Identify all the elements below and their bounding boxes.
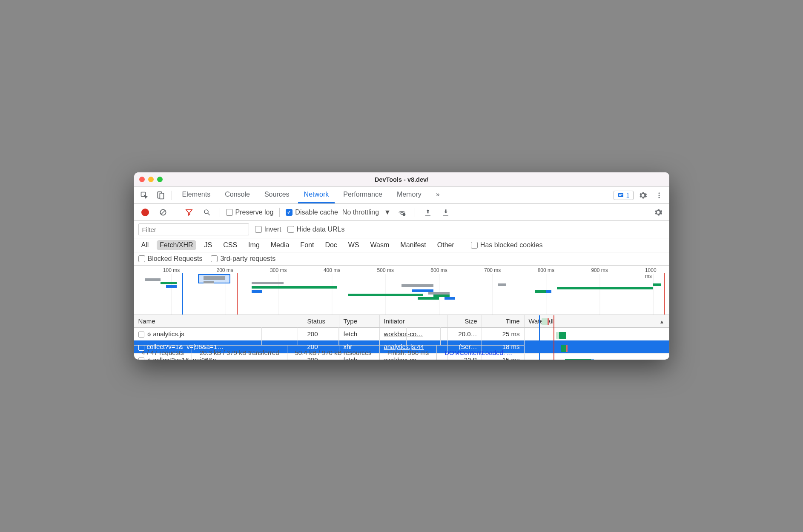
col-name[interactable]: Name bbox=[134, 315, 303, 328]
tab-memory[interactable]: Memory bbox=[391, 187, 427, 203]
status-transferred: 20.3 kB / 379 kB transferred bbox=[192, 346, 287, 360]
type-manifest[interactable]: Manifest bbox=[397, 240, 429, 250]
preserve-log-label: Preserve log bbox=[235, 209, 274, 216]
kebab-menu-icon[interactable] bbox=[652, 189, 666, 202]
search-icon[interactable] bbox=[200, 206, 214, 219]
tick-label: 200 ms bbox=[217, 267, 233, 273]
tab-elements[interactable]: Elements bbox=[176, 187, 217, 203]
has-blocked-label: Has blocked cookies bbox=[480, 241, 543, 249]
device-toggle-icon[interactable] bbox=[154, 189, 167, 202]
type-all[interactable]: All bbox=[138, 240, 152, 250]
throttling-select[interactable]: No throttling ▼ bbox=[342, 209, 391, 216]
type-font[interactable]: Font bbox=[297, 240, 317, 250]
tick-label: 400 ms bbox=[324, 267, 340, 273]
status-requests: 4 / 47 requests bbox=[134, 346, 192, 360]
type-css[interactable]: CSS bbox=[220, 240, 240, 250]
type-img[interactable]: Img bbox=[245, 240, 263, 250]
col-initiator[interactable]: Initiator bbox=[379, 315, 447, 328]
col-type[interactable]: Type bbox=[339, 315, 379, 328]
window-title: DevTools - v8.dev/ bbox=[134, 176, 669, 183]
end-line bbox=[664, 273, 665, 315]
tick-label: 500 ms bbox=[377, 267, 394, 273]
svg-point-6 bbox=[658, 192, 660, 194]
preserve-log-checkbox[interactable]: Preserve log bbox=[226, 209, 274, 216]
svg-point-8 bbox=[658, 197, 660, 198]
status-resources: 50.4 kB / 970 kB resources bbox=[287, 346, 380, 360]
network-conditions-icon[interactable] bbox=[395, 206, 409, 219]
svg-point-7 bbox=[658, 194, 660, 196]
filter-input[interactable] bbox=[138, 223, 249, 235]
status-dcl: DOMContentLoaded: … bbox=[437, 346, 521, 360]
panel-settings-gear-icon[interactable] bbox=[651, 206, 665, 219]
request-waterfall-cell bbox=[524, 353, 669, 360]
devtools-window: DevTools - v8.dev/ Elements Console Sour… bbox=[134, 172, 669, 359]
hide-data-urls-label: Hide data URLs bbox=[297, 226, 345, 233]
tab-performance[interactable]: Performance bbox=[337, 187, 388, 203]
divider bbox=[279, 208, 280, 217]
dcl-line bbox=[182, 273, 183, 315]
col-size[interactable]: Size bbox=[447, 315, 482, 328]
network-toolbar: Preserve log ✓ Disable cache No throttli… bbox=[134, 204, 669, 221]
resource-type-filter: All Fetch/XHR JS CSS Img Media Font Doc … bbox=[134, 238, 669, 252]
type-fetchxhr[interactable]: Fetch/XHR bbox=[157, 240, 196, 250]
tab-sources[interactable]: Sources bbox=[258, 187, 295, 203]
minimize-dot[interactable] bbox=[148, 177, 154, 182]
tab-more[interactable]: » bbox=[430, 187, 446, 203]
blocked-req-label: Blocked Requests bbox=[148, 255, 203, 263]
has-blocked-cookies-checkbox[interactable]: Has blocked cookies bbox=[471, 241, 543, 249]
blocked-requests-checkbox[interactable]: Blocked Requests bbox=[138, 255, 203, 263]
invert-checkbox[interactable]: Invert bbox=[255, 226, 281, 233]
zoom-dot[interactable] bbox=[157, 177, 163, 182]
tab-console[interactable]: Console bbox=[219, 187, 256, 203]
divider bbox=[176, 208, 176, 217]
col-time[interactable]: Time bbox=[482, 315, 524, 328]
overview-timeline[interactable]: 100 ms 200 ms 300 ms 400 ms 500 ms 600 m… bbox=[134, 266, 669, 315]
tick-label: 900 ms bbox=[591, 267, 608, 273]
divider bbox=[415, 208, 415, 217]
third-party-checkbox[interactable]: 3rd-party requests bbox=[211, 255, 275, 263]
settings-gear-icon[interactable] bbox=[636, 189, 650, 202]
download-har-icon[interactable] bbox=[439, 206, 453, 219]
disable-cache-checkbox[interactable]: ✓ Disable cache bbox=[286, 209, 338, 216]
issues-count: 1 bbox=[626, 192, 630, 199]
hide-data-urls-checkbox[interactable]: Hide data URLs bbox=[287, 226, 345, 233]
svg-line-10 bbox=[161, 210, 165, 215]
disable-cache-label: Disable cache bbox=[295, 209, 338, 216]
type-doc[interactable]: Doc bbox=[322, 240, 340, 250]
invert-label: Invert bbox=[264, 226, 281, 233]
inspect-icon[interactable] bbox=[138, 189, 151, 202]
filter-row: Invert Hide data URLs bbox=[134, 221, 669, 238]
sort-asc-icon: ▲ bbox=[660, 319, 665, 325]
type-ws[interactable]: WS bbox=[345, 240, 362, 250]
tick-label: 700 ms bbox=[484, 267, 501, 273]
record-button[interactable] bbox=[138, 206, 152, 219]
type-wasm[interactable]: Wasm bbox=[367, 240, 393, 250]
chevron-down-icon: ▼ bbox=[384, 209, 391, 216]
col-status[interactable]: Status bbox=[303, 315, 339, 328]
clear-button[interactable] bbox=[156, 206, 170, 219]
close-dot[interactable] bbox=[139, 177, 145, 182]
svg-point-13 bbox=[403, 213, 405, 215]
type-media[interactable]: Media bbox=[268, 240, 293, 250]
window-titlebar: DevTools - v8.dev/ bbox=[134, 172, 669, 187]
tick-label: 600 ms bbox=[430, 267, 447, 273]
issues-badge[interactable]: 1 bbox=[614, 191, 634, 200]
overview-track bbox=[134, 273, 669, 315]
filter-funnel-icon[interactable] bbox=[182, 206, 196, 219]
extra-filters: Blocked Requests 3rd-party requests bbox=[134, 252, 669, 266]
status-finish: Finish: 960 ms bbox=[380, 346, 437, 360]
col-waterfall[interactable]: Waterfall▲ bbox=[524, 315, 669, 328]
svg-rect-4 bbox=[619, 194, 622, 194]
tab-network[interactable]: Network bbox=[298, 187, 335, 203]
load-line bbox=[237, 273, 238, 315]
svg-rect-5 bbox=[619, 195, 621, 196]
type-other[interactable]: Other bbox=[434, 240, 457, 250]
svg-point-11 bbox=[204, 210, 208, 214]
table-header-row: Name Status Type Initiator Size Time Wat… bbox=[134, 315, 669, 328]
type-js[interactable]: JS bbox=[201, 240, 215, 250]
divider bbox=[172, 191, 172, 200]
upload-har-icon[interactable] bbox=[421, 206, 435, 219]
divider bbox=[220, 208, 220, 217]
third-party-label: 3rd-party requests bbox=[220, 255, 275, 263]
main-tab-bar: Elements Console Sources Network Perform… bbox=[134, 187, 669, 204]
